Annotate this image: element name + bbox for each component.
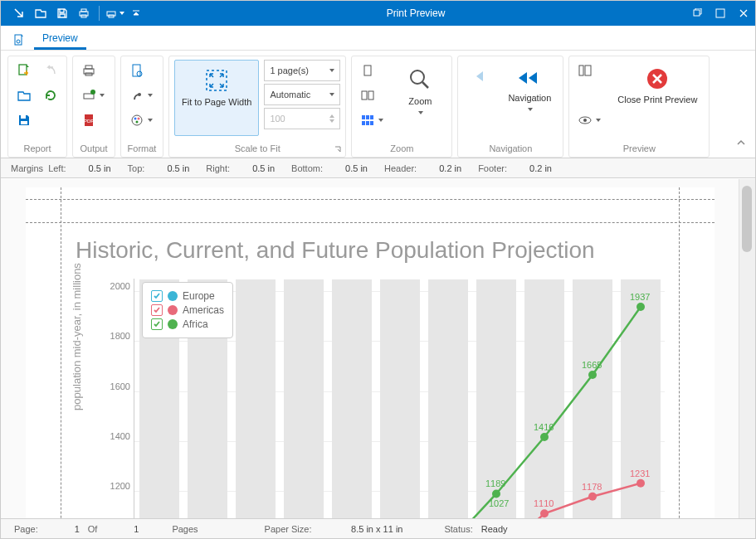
print-button[interactable] xyxy=(78,60,100,81)
svg-rect-13 xyxy=(85,66,92,69)
svg-point-64 xyxy=(540,433,549,441)
legend-americas: Americas xyxy=(183,304,224,316)
footer-label: Footer: xyxy=(478,163,507,173)
new-report-icon[interactable] xyxy=(13,60,35,81)
group-scale-label: Scale to Fit xyxy=(174,142,340,155)
ribbon: Report PDF Output Format Fit to xyxy=(1,51,755,158)
svg-text:PDF: PDF xyxy=(84,119,94,124)
undo-icon[interactable] xyxy=(40,60,61,81)
svg-rect-38 xyxy=(585,66,591,75)
many-pages-icon[interactable] xyxy=(357,109,388,131)
footer-value[interactable]: 0.2 in xyxy=(512,163,555,173)
fit-to-page-width-button[interactable]: Fit to Page Width xyxy=(174,60,259,136)
svg-rect-28 xyxy=(362,91,367,100)
left-value[interactable]: 0.5 in xyxy=(71,163,115,173)
open-icon[interactable] xyxy=(31,3,51,23)
nav-prev-button[interactable] xyxy=(463,60,496,136)
group-scale: Fit to Page Width 1 page(s) Automatic 10… xyxy=(168,56,346,158)
svg-rect-19 xyxy=(133,65,140,76)
legend-check-africa[interactable] xyxy=(151,318,163,330)
view-options-icon[interactable] xyxy=(574,109,606,131)
page-setup-button[interactable] xyxy=(126,60,148,81)
data-label: 1110 xyxy=(534,498,554,508)
svg-point-36 xyxy=(411,70,424,84)
bottom-value[interactable]: 0.5 in xyxy=(328,163,371,173)
dot-icon xyxy=(168,319,178,329)
quick-print-button[interactable] xyxy=(78,85,110,106)
paper-label: Paper Size: xyxy=(265,524,312,534)
group-zoom-label: Zoom xyxy=(357,142,446,155)
scale-percent-value: 100 xyxy=(270,114,285,124)
qat-more-icon[interactable] xyxy=(126,3,146,23)
bottom-label: Bottom: xyxy=(291,163,323,173)
two-pages-icon[interactable] xyxy=(357,85,378,106)
quick-access-toolbar xyxy=(1,3,146,23)
y-tick: 1200 xyxy=(104,481,130,491)
thumbnails-icon[interactable] xyxy=(574,60,596,81)
of-label: Of xyxy=(88,524,98,534)
navigation-button[interactable]: Navigation xyxy=(501,60,558,136)
vertical-scrollbar[interactable] xyxy=(739,179,755,518)
restore-window-icon[interactable] xyxy=(685,1,709,26)
scale-launcher[interactable] xyxy=(334,145,342,153)
header-value[interactable]: 0.2 in xyxy=(422,163,465,173)
save-icon[interactable] xyxy=(52,3,72,23)
close-preview-button[interactable]: Close Print Preview xyxy=(611,60,704,136)
page-value[interactable]: 1 xyxy=(46,524,80,534)
y-tick: 2000 xyxy=(104,281,130,291)
open-report-icon[interactable] xyxy=(13,85,35,106)
data-label: 1665 xyxy=(582,360,602,370)
svg-point-66 xyxy=(637,303,645,311)
right-value[interactable]: 0.5 in xyxy=(235,163,278,173)
export-pdf-button[interactable]: PDF xyxy=(78,109,100,131)
tab-preview[interactable]: Preview xyxy=(34,27,86,50)
dot-icon xyxy=(168,305,178,315)
group-preview: Close Print Preview Preview xyxy=(568,56,710,158)
collapse-ribbon-icon[interactable] xyxy=(735,137,747,151)
page-preview: Historic, Current, and Future Population… xyxy=(26,187,715,518)
svg-point-65 xyxy=(588,371,597,379)
svg-rect-31 xyxy=(366,115,369,119)
group-output-label: Output xyxy=(78,142,110,155)
one-page-icon[interactable] xyxy=(357,60,378,81)
svg-rect-27 xyxy=(364,66,371,75)
data-label: 1231 xyxy=(630,469,650,478)
svg-point-63 xyxy=(492,489,500,498)
file-tab-icon[interactable] xyxy=(9,30,29,50)
svg-point-59 xyxy=(588,493,597,501)
scroll-thumb[interactable] xyxy=(742,186,752,252)
pages-selector[interactable]: 1 page(s) xyxy=(264,60,340,81)
close-window-icon[interactable] xyxy=(732,1,755,26)
quick-print-icon[interactable] xyxy=(105,3,124,23)
legend-check-europe[interactable] xyxy=(151,290,163,302)
save-report-icon[interactable] xyxy=(13,109,35,131)
paper-value: 8.5 in x 11 in xyxy=(319,524,402,534)
svg-point-60 xyxy=(637,479,645,488)
refresh-icon[interactable] xyxy=(40,85,61,106)
maximize-window-icon[interactable] xyxy=(709,1,732,26)
y-tick: 1600 xyxy=(104,381,130,391)
arrow-icon[interactable] xyxy=(9,3,29,23)
header-footer-button[interactable] xyxy=(126,85,158,106)
legend-europe: Europe xyxy=(183,290,215,302)
scale-percent-input[interactable]: 100 xyxy=(264,108,340,129)
ribbon-tabstrip: Preview xyxy=(1,26,755,51)
svg-point-25 xyxy=(136,121,139,124)
theme-button[interactable] xyxy=(126,109,158,131)
group-format: Format xyxy=(120,56,163,158)
of-value: 1 xyxy=(105,524,139,534)
right-label: Right: xyxy=(206,163,230,173)
status-value: Ready xyxy=(481,524,508,534)
scale-mode-selector[interactable]: Automatic xyxy=(264,84,340,105)
left-label: Left: xyxy=(48,163,66,173)
svg-rect-6 xyxy=(716,9,724,17)
svg-rect-29 xyxy=(368,91,373,100)
top-value[interactable]: 0.5 in xyxy=(149,163,193,173)
legend-check-americas[interactable] xyxy=(151,304,163,316)
print-icon[interactable] xyxy=(74,3,94,23)
group-navigation: Navigation Navigation xyxy=(457,56,563,158)
svg-rect-30 xyxy=(362,115,365,119)
svg-rect-1 xyxy=(81,9,86,12)
zoom-button[interactable]: Zoom xyxy=(393,60,446,136)
svg-rect-37 xyxy=(579,66,583,75)
